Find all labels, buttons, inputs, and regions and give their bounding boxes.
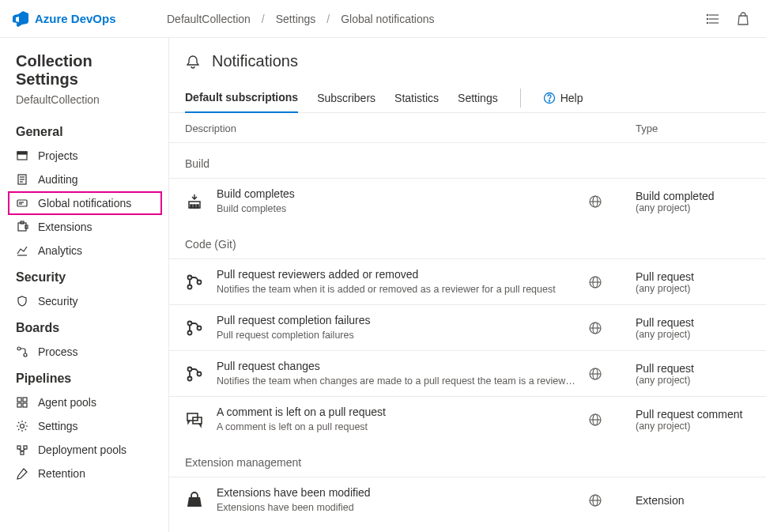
help-icon bbox=[543, 92, 556, 104]
sidebar-item-label: Settings bbox=[38, 420, 78, 432]
main-content: Notifications Default subscriptions Subs… bbox=[169, 38, 766, 532]
globe-icon bbox=[588, 493, 636, 507]
globe-icon bbox=[588, 367, 636, 381]
row-type: Pull request(any project) bbox=[636, 270, 750, 294]
svg-point-4 bbox=[707, 18, 708, 19]
row-main: Build completesBuild completes bbox=[217, 187, 588, 216]
svg-rect-7 bbox=[17, 152, 27, 154]
col-scope bbox=[588, 123, 636, 134]
svg-rect-12 bbox=[17, 200, 27, 206]
type-scope: (any project) bbox=[636, 202, 750, 213]
subscription-row[interactable]: Pull request changesNotifies the team wh… bbox=[169, 350, 766, 396]
row-type-icon bbox=[185, 364, 217, 383]
type-title: Pull request bbox=[636, 316, 750, 329]
sidebar-item-agent-pools[interactable]: Agent pools bbox=[0, 391, 168, 414]
sidebar-item-label: Auditing bbox=[38, 173, 78, 186]
row-main: Pull request changesNotifies the team wh… bbox=[217, 359, 588, 388]
row-subtitle: Pull request completion failures bbox=[217, 329, 580, 343]
row-main: Pull request completion failuresPull req… bbox=[217, 313, 588, 342]
brand-logo[interactable]: Azure DevOps bbox=[13, 11, 167, 27]
svg-rect-21 bbox=[17, 398, 21, 402]
svg-point-42 bbox=[198, 280, 202, 284]
tab-divider bbox=[520, 89, 521, 108]
subscription-row[interactable]: Pull request reviewers added or removedN… bbox=[169, 258, 766, 304]
breadcrumb-collection[interactable]: DefaultCollection bbox=[167, 13, 251, 25]
help-label: Help bbox=[560, 92, 583, 104]
subscription-row[interactable]: Build completesBuild completesBuild comp… bbox=[169, 178, 766, 224]
list-view-icon[interactable] bbox=[706, 12, 720, 26]
svg-point-53 bbox=[188, 376, 192, 380]
bell-icon bbox=[185, 54, 201, 70]
row-type: Pull request(any project) bbox=[636, 362, 750, 386]
svg-point-41 bbox=[188, 285, 192, 289]
row-subtitle: A comment is left on a pull request bbox=[217, 421, 580, 435]
subscriptions-list: BuildBuild completesBuild completesBuild… bbox=[169, 143, 766, 523]
sidebar-item-process[interactable]: Process bbox=[0, 340, 168, 364]
page-title: Notifications bbox=[212, 52, 298, 70]
svg-rect-28 bbox=[21, 451, 24, 455]
subscription-row[interactable]: A comment is left on a pull requestA com… bbox=[169, 396, 766, 442]
type-title: Pull request comment bbox=[636, 408, 750, 421]
analytics-icon bbox=[16, 244, 28, 257]
shopping-bag-icon[interactable] bbox=[736, 12, 750, 26]
row-subtitle: Notifies the team when it is added or re… bbox=[217, 283, 580, 297]
row-main: A comment is left on a pull requestA com… bbox=[217, 405, 588, 434]
svg-point-3 bbox=[707, 14, 708, 15]
svg-point-52 bbox=[188, 367, 192, 371]
subscription-row[interactable]: Extensions have been modifiedExtensions … bbox=[169, 477, 766, 523]
tab-statistics[interactable]: Statistics bbox=[394, 84, 439, 112]
tab-subscribers[interactable]: Subscribers bbox=[317, 84, 375, 112]
svg-rect-22 bbox=[23, 398, 27, 402]
row-type-icon bbox=[185, 319, 217, 338]
tab-settings[interactable]: Settings bbox=[458, 84, 498, 112]
svg-point-54 bbox=[198, 372, 202, 375]
sidebar-item-global-notifications[interactable]: Global notifications bbox=[8, 191, 162, 215]
svg-point-20 bbox=[24, 353, 27, 357]
row-subtitle: Notifies the team when changes are made … bbox=[217, 375, 580, 389]
sidebar-item-security[interactable]: Security bbox=[0, 289, 168, 313]
sidebar-section-security: Security bbox=[0, 262, 168, 289]
svg-point-46 bbox=[188, 321, 192, 325]
svg-rect-26 bbox=[17, 446, 21, 449]
group-header: Code (Git) bbox=[169, 224, 766, 258]
page-title-row: Notifications bbox=[169, 52, 766, 83]
svg-rect-36 bbox=[197, 205, 198, 208]
sidebar-item-label: Extensions bbox=[38, 221, 92, 233]
svg-rect-24 bbox=[23, 403, 27, 407]
col-description: Description bbox=[185, 123, 588, 134]
sidebar-item-settings[interactable]: Settings bbox=[0, 414, 168, 438]
tab-help[interactable]: Help bbox=[543, 92, 583, 104]
svg-rect-23 bbox=[17, 403, 21, 407]
sidebar-item-label: Security bbox=[38, 295, 78, 308]
sidebar-item-analytics[interactable]: Analytics bbox=[0, 239, 168, 262]
breadcrumb-settings[interactable]: Settings bbox=[276, 13, 316, 25]
sidebar-item-auditing[interactable]: Auditing bbox=[0, 168, 168, 191]
notifications-icon bbox=[16, 197, 28, 209]
row-type: Pull request(any project) bbox=[636, 316, 750, 340]
sidebar-item-deployment-pools[interactable]: Deployment pools bbox=[0, 438, 168, 462]
tab-default-subscriptions[interactable]: Default subscriptions bbox=[185, 83, 298, 113]
process-icon bbox=[16, 345, 28, 358]
type-title: Pull request bbox=[636, 362, 750, 375]
azure-devops-icon bbox=[13, 11, 28, 27]
gear-icon bbox=[16, 420, 28, 432]
sidebar-section-general: General bbox=[0, 117, 168, 144]
row-main: Extensions have been modifiedExtensions … bbox=[217, 485, 588, 515]
breadcrumb-page[interactable]: Global notifications bbox=[341, 13, 434, 25]
svg-rect-27 bbox=[24, 446, 27, 449]
type-title: Build completed bbox=[636, 190, 750, 202]
svg-point-32 bbox=[549, 100, 549, 100]
topbar-actions bbox=[706, 12, 750, 26]
svg-point-48 bbox=[198, 326, 202, 330]
brand-text: Azure DevOps bbox=[35, 12, 116, 25]
row-subtitle: Extensions have been modified bbox=[217, 501, 580, 515]
sidebar-item-extensions[interactable]: Extensions bbox=[0, 215, 168, 239]
subscription-row[interactable]: Pull request completion failuresPull req… bbox=[169, 304, 766, 350]
sidebar-item-label: Agent pools bbox=[38, 396, 96, 409]
svg-point-19 bbox=[17, 347, 21, 350]
sidebar-item-retention[interactable]: Retention bbox=[0, 462, 168, 485]
row-title: Extensions have been modified bbox=[217, 485, 588, 501]
sidebar-item-projects[interactable]: Projects bbox=[0, 144, 168, 168]
svg-rect-35 bbox=[194, 205, 195, 208]
deployment-pools-icon bbox=[16, 443, 28, 456]
